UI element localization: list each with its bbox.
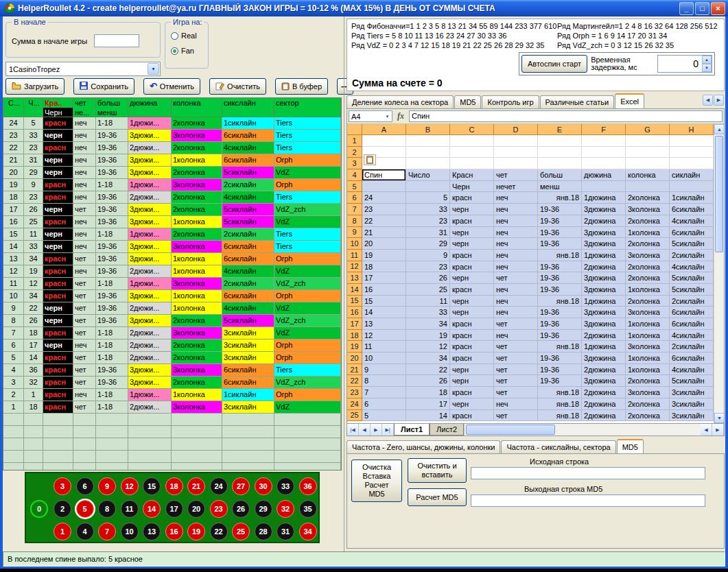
- excel-cell[interactable]: янв.18: [538, 398, 582, 410]
- history-cell[interactable]: 19: [24, 265, 43, 278]
- excel-cell[interactable]: красн: [450, 284, 494, 296]
- excel-cell[interactable]: 7: [362, 387, 406, 398]
- tab-game-control[interactable]: Контроль игр: [482, 95, 539, 108]
- history-cell[interactable]: Tiers: [274, 241, 341, 253]
- excel-cell[interactable]: 1дюжина: [582, 250, 626, 261]
- excel-cell[interactable]: [670, 158, 714, 169]
- roulette-zero[interactable]: 0: [30, 500, 48, 518]
- excel-cell[interactable]: [538, 135, 582, 147]
- excel-cell[interactable]: 19-36: [538, 227, 582, 239]
- excel-cell[interactable]: 2колонка: [626, 192, 670, 204]
- excel-cell[interactable]: [670, 147, 714, 158]
- history-cell[interactable]: Orph: [274, 290, 341, 302]
- excel-cell[interactable]: 2дюжина: [582, 330, 626, 342]
- history-cell[interactable]: неч: [73, 142, 96, 154]
- excel-cell[interactable]: 1колонка: [626, 330, 670, 342]
- history-cell[interactable]: 3: [3, 377, 24, 389]
- excel-cell[interactable]: [582, 135, 626, 147]
- history-cell[interactable]: 1сиклайн: [222, 389, 274, 401]
- history-cell[interactable]: 19-36: [96, 265, 128, 278]
- hscroll-left-icon[interactable]: ◀: [701, 424, 712, 436]
- roulette-number[interactable]: 27: [232, 477, 250, 495]
- history-cell[interactable]: 12: [3, 265, 24, 278]
- history-cell[interactable]: неч: [73, 228, 96, 241]
- excel-cell[interactable]: неч: [494, 261, 538, 273]
- roulette-number[interactable]: 31: [277, 523, 294, 540]
- excel-cell[interactable]: [494, 135, 538, 147]
- excel-cell[interactable]: черн: [450, 375, 494, 387]
- history-row[interactable]: 826чернчет19-363дюжи...2колонка5сиклайнV…: [3, 315, 341, 327]
- excel-cell[interactable]: красн: [450, 261, 494, 273]
- excel-cell[interactable]: 6сиклайн: [670, 204, 714, 215]
- history-cell[interactable]: VdZ_zch: [274, 204, 341, 216]
- excel-cell[interactable]: черн: [450, 227, 494, 239]
- excel-cell[interactable]: 1колонка: [626, 227, 670, 239]
- excel-cell[interactable]: 23: [406, 261, 450, 273]
- excel-cell[interactable]: 19-36: [538, 330, 582, 342]
- history-cell[interactable]: 2колонка: [172, 339, 222, 352]
- excel-cell[interactable]: чет: [494, 169, 538, 181]
- history-cell[interactable]: красн: [43, 142, 73, 154]
- excel-cell[interactable]: дюжина: [582, 169, 626, 181]
- roulette-number[interactable]: 3: [54, 477, 71, 495]
- excel-cell[interactable]: янв.18: [538, 192, 582, 204]
- namebox-dropdown-icon[interactable]: ▼: [383, 115, 392, 119]
- history-cell[interactable]: 3колонка: [172, 327, 222, 339]
- history-cell[interactable]: 24: [3, 117, 24, 130]
- excel-cell[interactable]: красн: [450, 387, 494, 398]
- history-cell[interactable]: 2колонка: [172, 191, 222, 204]
- history-cell[interactable]: VdZ_zch: [274, 278, 341, 290]
- excel-cell[interactable]: 19-36: [538, 307, 582, 318]
- history-cell[interactable]: 6сиклайн: [222, 290, 274, 302]
- excel-cell[interactable]: 3дюжина: [582, 353, 626, 364]
- roulette-number[interactable]: 28: [255, 523, 272, 540]
- excel-cell[interactable]: 1колонка: [626, 284, 670, 296]
- scrollbar-thumb[interactable]: [715, 136, 723, 252]
- excel-cell[interactable]: 6сиклайн: [670, 227, 714, 239]
- history-cell[interactable]: черн: [43, 339, 73, 352]
- excel-cell[interactable]: янв.18: [538, 296, 582, 307]
- excel-cell[interactable]: 2колонка: [626, 215, 670, 227]
- excel-cell[interactable]: неч: [494, 227, 538, 239]
- history-row[interactable]: 2333черннеч19-363дюжи...3колонка6сиклайн…: [3, 130, 341, 142]
- tab-articles[interactable]: Различные статьи: [540, 95, 615, 108]
- casino-select[interactable]: 1CasinoTropez ▼: [5, 62, 161, 76]
- excel-cell[interactable]: 3колонка: [626, 250, 670, 261]
- excel-cell[interactable]: 19-36: [538, 261, 582, 273]
- excel-cell[interactable]: неч: [494, 192, 538, 204]
- excel-cell[interactable]: 19-36: [538, 204, 582, 215]
- roulette-number[interactable]: 26: [232, 500, 250, 518]
- excel-row-header[interactable]: 1: [347, 135, 362, 147]
- excel-cell[interactable]: красн: [450, 215, 494, 227]
- history-cell[interactable]: 2дюжи...: [128, 352, 172, 364]
- history-cell[interactable]: красн: [43, 253, 73, 265]
- history-cell[interactable]: красн: [43, 278, 73, 290]
- history-cell[interactable]: 18: [24, 327, 43, 339]
- history-cell[interactable]: 3колонка: [172, 278, 222, 290]
- excel-cell[interactable]: [450, 158, 494, 169]
- history-cell[interactable]: красн: [43, 179, 73, 191]
- excel-cell[interactable]: [626, 181, 670, 193]
- close-button[interactable]: ×: [711, 2, 725, 15]
- roulette-number[interactable]: 21: [187, 477, 205, 495]
- roulette-number[interactable]: 24: [210, 477, 228, 495]
- excel-cell[interactable]: 3колонка: [626, 307, 670, 318]
- history-cell[interactable]: 34: [24, 253, 43, 265]
- history-cell[interactable]: 2сиклайн: [222, 228, 274, 241]
- history-cell[interactable]: 19-36: [96, 142, 128, 154]
- excel-cell[interactable]: черн: [450, 204, 494, 215]
- excel-cell[interactable]: 23: [362, 204, 406, 215]
- history-cell[interactable]: Orph: [274, 253, 341, 265]
- history-cell[interactable]: 19-36: [96, 241, 128, 253]
- excel-cell[interactable]: 2колонка: [626, 238, 670, 250]
- excel-cell[interactable]: 4сиклайн: [670, 215, 714, 227]
- excel-cell[interactable]: 19-36: [538, 318, 582, 330]
- excel-cell[interactable]: 3дюжина: [582, 307, 626, 318]
- history-cell[interactable]: 3дюжи...: [128, 130, 172, 142]
- history-cell[interactable]: 4сиклайн: [222, 142, 274, 154]
- excel-cell[interactable]: 3дюжина: [582, 227, 626, 239]
- history-cell[interactable]: 1: [3, 401, 24, 414]
- excel-row-header[interactable]: 11: [347, 250, 362, 261]
- history-cell[interactable]: 19-36: [96, 191, 128, 204]
- excel-row-header[interactable]: 22: [347, 375, 362, 387]
